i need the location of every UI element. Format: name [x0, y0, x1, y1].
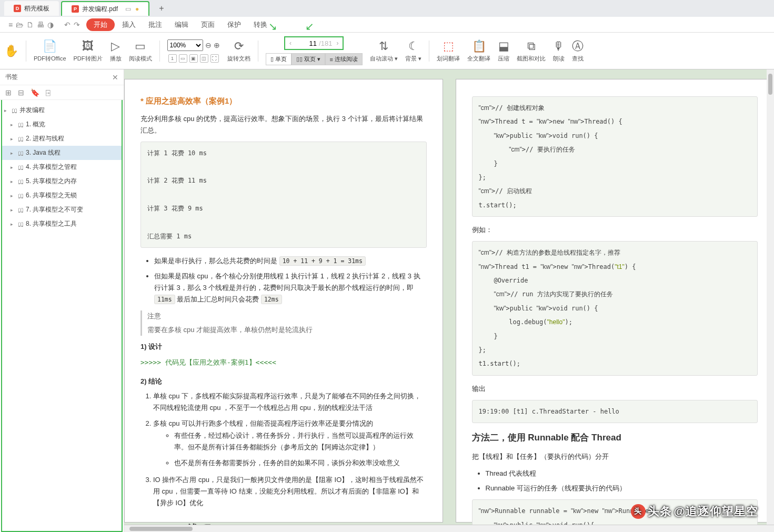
- menubar: ≡ 🗁 🗋 🖶 ◑ ↶ ↷ 开始 插入 批注 编辑 页面 保护 转换 ↘ ↙: [0, 17, 774, 33]
- page-nav-group: ‹ /181 › ▯单页 ▯▯双页▾ ≡连续阅读: [266, 36, 363, 65]
- main: 书签 ✕ ⊞ ⊟ 🔖 ⍈ ▸🕮并发编程▸🕮1. 概览▸🕮2. 进程与线程▸🕮3.…: [0, 69, 774, 532]
- menu-convert[interactable]: 转换: [248, 18, 273, 31]
- bookmark-icon[interactable]: ⍈: [46, 88, 50, 97]
- menu-page[interactable]: 页面: [196, 18, 220, 31]
- document-viewport[interactable]: 应用之提高效率（案例1） 充分利用多核 cpu 的优势，提高运行效率。想象下面的…: [124, 69, 774, 532]
- subheading: 1) 设计: [140, 341, 427, 353]
- bookmark-tree: ▸🕮并发编程▸🕮1. 概览▸🕮2. 进程与线程▸🕮3. Java 线程▸🕮4. …: [1, 100, 123, 532]
- note-body: 需要在多核 cpu 才能提高效率，单核仍然时是轮流执行: [147, 324, 427, 336]
- sidebar-item[interactable]: ▸🕮7. 共享模型之不可变: [2, 203, 122, 217]
- zoom-in-icon[interactable]: ⊕: [214, 41, 220, 49]
- code-block: "cm">// 创建线程对象 "nw">Thread t = "kw">new …: [472, 96, 758, 217]
- sidebar-item[interactable]: ▸🕮4. 共享模型之管程: [2, 160, 122, 174]
- sidebar-item[interactable]: ▸🕮8. 共享模型之工具: [2, 217, 122, 231]
- bookmark-add-icon[interactable]: 🔖: [31, 88, 39, 97]
- paragraph: 把【线程】和【任务】（要执行的代码）分开: [472, 451, 758, 463]
- method-heading: 方法二，使用 Runnable 配合 Thread: [472, 430, 758, 446]
- undo-icon[interactable]: ↶: [64, 21, 71, 29]
- preview-icon[interactable]: ◑: [47, 21, 54, 29]
- list-item: IO 操作不占用 cpu，只是我们一般拷贝文件使用的是【阻塞 IO】，这时相当于…: [153, 474, 427, 509]
- tab-template[interactable]: D 稻壳模板: [4, 1, 59, 16]
- sidebar-item[interactable]: ▸🕮3. Java 线程: [2, 146, 122, 160]
- menu-icon[interactable]: ≡: [8, 21, 13, 29]
- play-button[interactable]: ▷播放: [110, 39, 122, 63]
- zoom-out-icon[interactable]: ⊖: [205, 41, 212, 49]
- fit-4-icon[interactable]: ◫: [200, 54, 208, 63]
- close-icon[interactable]: ✕: [112, 73, 118, 82]
- autoscroll-button[interactable]: ⇅自动滚动 ▾: [370, 39, 398, 63]
- pdf-page-left: 应用之提高效率（案例1） 充分利用多核 cpu 的优势，提高运行效率。想象下面的…: [124, 79, 443, 523]
- list-item: 但如果是四核 cpu，各个核心分别使用线程 1 执行计算 1，线程 2 执行计算…: [154, 270, 427, 305]
- page-number-input[interactable]: [296, 39, 317, 47]
- pdf-icon: P: [72, 5, 79, 13]
- expand-icon[interactable]: ⊞: [5, 88, 12, 97]
- toolbar: ✋ 📄PDF转Office 🖼PDF转图片 ▷播放 ▭阅读模式 100% ⊖ ⊕…: [0, 33, 774, 69]
- open-icon[interactable]: 🗁: [16, 21, 23, 29]
- pdf-page-right: "cm">// 创建线程对象 "nw">Thread t = "kw">new …: [456, 79, 775, 523]
- crop-compare-button[interactable]: ⧉截图和对比: [517, 39, 546, 63]
- sidebar-item[interactable]: ▸🕮2. 进程与线程: [2, 132, 122, 146]
- menu-insert[interactable]: 插入: [117, 18, 141, 31]
- save-icon[interactable]: 🗋: [26, 21, 34, 29]
- sidebar-item[interactable]: ▸🕮5. 共享模型之内存: [2, 174, 122, 188]
- continuous-toggle[interactable]: ≡连续阅读: [325, 53, 363, 65]
- fit-5-icon[interactable]: ⛶: [210, 54, 219, 63]
- output-block: 19:19:00 [t1] c.ThreadStarter - hello: [472, 400, 758, 423]
- zoom-group: 100% ⊖ ⊕ 1 ▭ ▣ ◫ ⛶: [167, 39, 220, 63]
- hand-tool[interactable]: ✋: [4, 44, 18, 58]
- menu-start[interactable]: 开始: [86, 18, 115, 31]
- bookmarks-sidebar: 书签 ✕ ⊞ ⊟ 🔖 ⍈ ▸🕮并发编程▸🕮1. 概览▸🕮2. 进程与线程▸🕮3.…: [0, 69, 124, 532]
- list-item: Runnable 可运行的任务（线程要执行的代码）: [486, 483, 758, 494]
- paragraph: 充分利用多核 cpu 的优势，提高运行效率。想象下面的场景，执行 3 个计算，最…: [140, 113, 427, 136]
- window-icon[interactable]: ▭: [125, 5, 131, 13]
- double-page-toggle[interactable]: ▯▯双页▾: [291, 53, 325, 65]
- word-translate-button[interactable]: ⬚划词翻译: [437, 39, 460, 63]
- redo-icon[interactable]: ↷: [74, 21, 80, 29]
- fit-3-icon[interactable]: ▣: [189, 54, 198, 63]
- compress-button[interactable]: ⬓压缩: [498, 39, 509, 63]
- pdf-to-image-button[interactable]: 🖼PDF转图片: [74, 39, 103, 63]
- dot-icon[interactable]: ●: [135, 5, 139, 13]
- next-page-icon[interactable]: ›: [334, 39, 340, 47]
- sidebar-item[interactable]: ▸🕮6. 共享模型之无锁: [2, 188, 122, 203]
- subheading: 2) 结论: [140, 376, 427, 387]
- vertical-scrollbar[interactable]: [767, 69, 774, 532]
- fit-2-icon[interactable]: ▭: [179, 54, 187, 63]
- full-translate-button[interactable]: 📋全文翻译: [467, 39, 490, 63]
- list-item: 有些任务，经过精心设计，将任务拆分，并行执行，当然可以提高程序的运行效率。但不是…: [174, 430, 427, 453]
- print-icon[interactable]: 🖶: [37, 21, 44, 29]
- background-button[interactable]: ☾背景 ▾: [405, 39, 421, 63]
- list-item: 也不是所有任务都需要拆分，任务的目的如果不同，谈拆分和效率没啥意义: [174, 457, 427, 469]
- section-title: 应用之提高效率（案例1）: [140, 94, 427, 108]
- new-tab-button[interactable]: +: [152, 4, 171, 13]
- tab-document[interactable]: P 并发编程.pdf ▭ ●: [61, 1, 149, 16]
- note-title: 注意: [147, 310, 427, 322]
- collapse-icon[interactable]: ⊟: [18, 88, 24, 97]
- find-button[interactable]: Ⓐ查找: [572, 39, 584, 63]
- sidebar-item[interactable]: ▸🕮并发编程: [2, 103, 122, 117]
- read-aloud-button[interactable]: 🎙朗读: [553, 39, 565, 63]
- menu-edit[interactable]: 编辑: [169, 18, 194, 31]
- zoom-select[interactable]: 100%: [167, 39, 203, 51]
- output-heading: 输出: [472, 383, 758, 395]
- single-page-toggle[interactable]: ▯单页: [266, 53, 291, 65]
- prev-page-icon[interactable]: ‹: [287, 39, 294, 47]
- menu-protect[interactable]: 保护: [222, 18, 246, 31]
- sidebar-item[interactable]: ▸🕮1. 概览: [2, 117, 122, 132]
- pdf-to-office-button[interactable]: 📄PDF转Office: [34, 39, 66, 63]
- rotate-button[interactable]: ⟳旋转文档: [227, 39, 250, 63]
- paragraph: 例如：: [472, 224, 758, 236]
- menu-review[interactable]: 批注: [143, 18, 167, 31]
- tab-label: 并发编程.pdf: [82, 5, 118, 14]
- list-item: 多核 cpu 可以并行跑多个线程，但能否提高程序运行效率还是要分情况的 有些任务…: [153, 418, 427, 468]
- code-block: "cm">// 构造方法的参数是给线程指定名字，推荐 "nw">Thread t…: [472, 241, 758, 376]
- read-mode-button[interactable]: ▭阅读模式: [129, 39, 152, 63]
- horizontal-scrollbar[interactable]: [124, 525, 774, 532]
- tab-label: 稻壳模板: [24, 4, 49, 13]
- calc-block: 计算 1 花费 10 ms 计算 2 花费 11 ms 计算 3 花费 9 ms…: [140, 142, 427, 248]
- sidebar-title: 书签: [5, 73, 18, 82]
- app-icon: D: [14, 5, 21, 12]
- list-item: 如果是串行执行，那么总共花费的时间是 10 + 11 + 9 + 1 = 31m…: [154, 255, 427, 267]
- chevron-down-icon: ▾: [317, 56, 320, 63]
- fit-1-icon[interactable]: 1: [168, 54, 177, 63]
